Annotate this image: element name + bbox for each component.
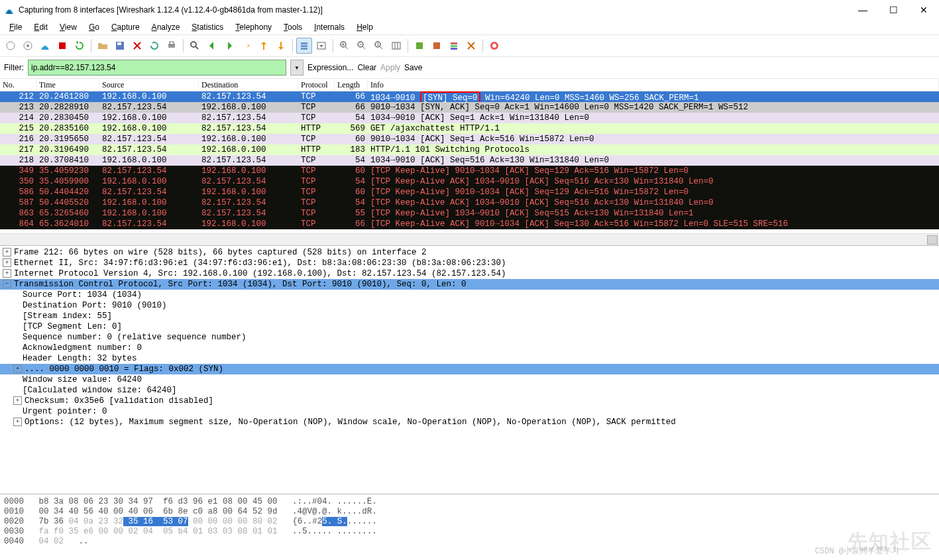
detail-line[interactable]: +.... 0000 0000 0010 = Flags: 0x002 (SYN… xyxy=(0,364,939,374)
zoom-reset-icon[interactable]: 1 xyxy=(371,38,387,54)
preferences-icon[interactable] xyxy=(463,38,479,54)
packet-bytes[interactable]: 先知社区 CSDN @小袁同学爱学习 0000 b8 3a 08 06 23 3… xyxy=(0,494,939,558)
detail-line[interactable]: +Options: (12 bytes), Maximum segment si… xyxy=(0,417,939,427)
horizontal-scrollbar[interactable] xyxy=(0,233,939,245)
expander-icon[interactable]: + xyxy=(3,248,11,256)
packet-row[interactable]: 34935.405923082.157.123.54192.168.0.100T… xyxy=(0,166,939,176)
packet-row[interactable]: 35035.4059900192.168.0.10082.157.123.54T… xyxy=(0,176,939,187)
autoscroll-icon[interactable] xyxy=(313,38,329,54)
apply-button[interactable]: Apply xyxy=(380,63,400,72)
hex-line[interactable]: 0040 04 02 .. xyxy=(4,537,935,547)
last-icon[interactable] xyxy=(273,38,289,54)
expander-icon[interactable]: + xyxy=(3,269,11,278)
goto-icon[interactable] xyxy=(239,38,254,54)
start-icon[interactable] xyxy=(37,38,53,54)
expander-icon[interactable]: + xyxy=(13,418,22,426)
find-icon[interactable] xyxy=(187,38,203,54)
detail-line[interactable]: +Checksum: 0x35e6 [validation disabled] xyxy=(0,396,939,406)
detail-line[interactable]: [Stream index: 55] xyxy=(0,311,939,321)
col-destination[interactable]: Destination xyxy=(199,79,298,91)
packet-row[interactable]: 21320.282891082.157.123.54192.168.0.100T… xyxy=(0,102,939,113)
packet-row[interactable]: 86365.3265460192.168.0.10082.157.123.54T… xyxy=(0,208,939,219)
zoom-in-icon[interactable] xyxy=(337,38,353,54)
menu-go[interactable]: Go xyxy=(83,21,105,33)
detail-line[interactable]: [Calculated window size: 64240] xyxy=(0,385,939,396)
resize-cols-icon[interactable] xyxy=(388,38,404,54)
save-button[interactable]: Save xyxy=(404,63,422,72)
save-icon[interactable] xyxy=(112,38,128,54)
detail-line[interactable]: Header Length: 32 bytes xyxy=(0,353,939,364)
hex-line[interactable]: 0010 00 34 40 56 40 00 40 06 6b 8e c0 a8… xyxy=(4,507,935,517)
detail-line[interactable]: +Frame 212: 66 bytes on wire (528 bits),… xyxy=(0,247,939,258)
forward-icon[interactable] xyxy=(221,38,237,54)
expander-icon[interactable]: + xyxy=(3,258,11,267)
menu-help[interactable]: Help xyxy=(351,21,378,33)
detail-line[interactable]: Destination Port: 9010 (9010) xyxy=(0,300,939,311)
maximize-button[interactable]: ☐ xyxy=(878,0,909,20)
menu-view[interactable]: View xyxy=(54,21,82,33)
detail-line[interactable]: +Internet Protocol Version 4, Src: 192.1… xyxy=(0,268,939,279)
detail-line[interactable]: Sequence number: 0 (relative sequence nu… xyxy=(0,332,939,343)
packet-row[interactable]: 86465.362401082.157.123.54192.168.0.100T… xyxy=(0,219,939,229)
filter-input[interactable] xyxy=(28,60,286,76)
packet-row[interactable]: 58750.4405520192.168.0.10082.157.123.54T… xyxy=(0,197,939,208)
detail-line[interactable]: +Ethernet II, Src: 34:97:f6:d3:96:e1 (34… xyxy=(0,258,939,268)
coloring-rules-icon[interactable] xyxy=(446,38,462,54)
open-icon[interactable] xyxy=(95,38,111,54)
expander-icon[interactable]: + xyxy=(13,364,22,373)
expander-icon[interactable]: + xyxy=(13,396,22,405)
menu-internals[interactable]: Internals xyxy=(309,21,350,33)
capture-filters-icon[interactable] xyxy=(412,38,427,54)
packet-details[interactable]: +Frame 212: 66 bytes on wire (528 bits),… xyxy=(0,245,939,494)
stop-icon[interactable] xyxy=(54,38,70,54)
close-file-icon[interactable] xyxy=(129,38,145,54)
colorize-icon[interactable] xyxy=(296,38,312,54)
menu-file[interactable]: File xyxy=(4,21,27,33)
detail-line[interactable]: Source Port: 1034 (1034) xyxy=(0,290,939,300)
print-icon[interactable] xyxy=(164,38,180,54)
packet-row[interactable]: 21220.2461280192.168.0.10082.157.123.54T… xyxy=(0,91,939,102)
detail-line[interactable]: Acknowledgment number: 0 xyxy=(0,343,939,353)
detail-line[interactable]: Urgent pointer: 0 xyxy=(0,406,939,417)
hex-line[interactable]: 0020 7b 36 04 0a 23 32 35 16 53 07 00 00… xyxy=(4,517,935,527)
menu-telephony[interactable]: Telephony xyxy=(230,21,277,33)
packet-row[interactable]: 21720.319649082.157.123.54192.168.0.100H… xyxy=(0,144,939,155)
menu-edit[interactable]: Edit xyxy=(28,21,53,33)
menu-analyze[interactable]: Analyze xyxy=(146,21,186,33)
restart-icon[interactable] xyxy=(72,38,87,54)
detail-line[interactable]: Window size value: 64240 xyxy=(0,374,939,385)
col-protocol[interactable]: Protocol xyxy=(298,79,335,91)
col-no[interactable]: No. xyxy=(0,79,36,91)
packet-row[interactable]: 21420.2830450192.168.0.10082.157.123.54T… xyxy=(0,113,939,123)
expander-icon[interactable]: − xyxy=(3,280,11,288)
expression-button[interactable]: Expression... xyxy=(307,63,353,72)
menu-statistics[interactable]: Statistics xyxy=(186,21,229,33)
hex-line[interactable]: 0000 b8 3a 08 06 23 30 34 97 f6 d3 96 e1… xyxy=(4,497,935,507)
menu-tools[interactable]: Tools xyxy=(278,21,307,33)
packet-row[interactable]: 21820.3708410192.168.0.10082.157.123.54T… xyxy=(0,155,939,166)
interfaces-icon[interactable] xyxy=(3,38,19,54)
filter-dropdown[interactable]: ▼ xyxy=(290,60,304,76)
packet-row[interactable]: 21620.319565082.157.123.54192.168.0.100T… xyxy=(0,134,939,144)
display-filters-icon[interactable] xyxy=(429,38,445,54)
packet-row[interactable]: 58650.440442082.157.123.54192.168.0.100T… xyxy=(0,187,939,197)
col-info[interactable]: Info xyxy=(368,79,939,91)
menu-capture[interactable]: Capture xyxy=(106,21,145,33)
help-icon[interactable] xyxy=(486,38,502,54)
packet-row[interactable]: 21520.2835160192.168.0.10082.157.123.54H… xyxy=(0,123,939,134)
clear-button[interactable]: Clear xyxy=(357,63,376,72)
close-button[interactable]: ✕ xyxy=(909,0,939,20)
hex-line[interactable]: 0030 fa f0 35 e6 00 00 02 04 05 b4 01 03… xyxy=(4,527,935,537)
detail-line[interactable]: −Transmission Control Protocol, Src Port… xyxy=(0,279,939,290)
back-icon[interactable] xyxy=(204,38,220,54)
detail-line[interactable]: [TCP Segment Len: 0] xyxy=(0,321,939,332)
zoom-out-icon[interactable] xyxy=(354,38,370,54)
first-icon[interactable] xyxy=(256,38,272,54)
col-length[interactable]: Length xyxy=(335,79,368,91)
packet-list[interactable]: 21220.2461280192.168.0.10082.157.123.54T… xyxy=(0,91,939,233)
col-source[interactable]: Source xyxy=(99,79,199,91)
col-time[interactable]: Time xyxy=(36,79,99,91)
minimize-button[interactable]: — xyxy=(848,0,878,20)
options-icon[interactable] xyxy=(20,38,36,54)
reload-icon[interactable] xyxy=(146,38,162,54)
